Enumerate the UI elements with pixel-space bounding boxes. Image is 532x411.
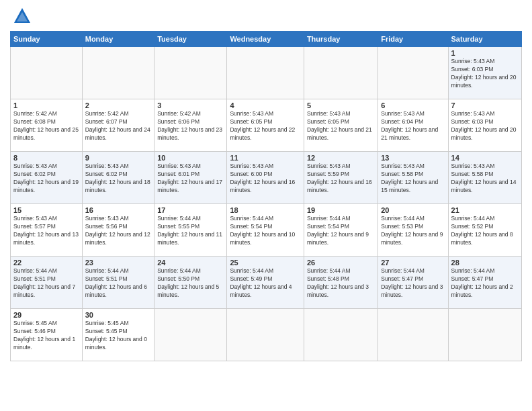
day-number: 20 bbox=[381, 206, 445, 214]
calendar-cell: 19Sunrise: 5:44 AMSunset: 5:54 PMDayligh… bbox=[304, 204, 378, 257]
calendar-cell bbox=[304, 47, 378, 99]
day-number: 11 bbox=[230, 154, 301, 162]
week-row-5: 29Sunrise: 5:45 AMSunset: 5:46 PMDayligh… bbox=[11, 309, 522, 361]
day-number: 16 bbox=[85, 206, 151, 214]
week-row-4: 22Sunrise: 5:44 AMSunset: 5:51 PMDayligh… bbox=[11, 257, 522, 309]
calendar-cell: 25Sunrise: 5:44 AMSunset: 5:49 PMDayligh… bbox=[227, 257, 304, 309]
calendar-cell: 20Sunrise: 5:44 AMSunset: 5:53 PMDayligh… bbox=[378, 204, 448, 257]
day-number: 13 bbox=[381, 154, 445, 162]
calendar-cell: 4Sunrise: 5:43 AMSunset: 6:05 PMDaylight… bbox=[227, 99, 304, 152]
day-number: 27 bbox=[381, 259, 445, 267]
day-info: Sunrise: 5:43 AMSunset: 6:03 PMDaylight:… bbox=[451, 58, 517, 89]
calendar-cell bbox=[227, 47, 304, 99]
day-number: 26 bbox=[307, 259, 375, 267]
day-number: 3 bbox=[157, 101, 224, 109]
calendar-cell: 13Sunrise: 5:43 AMSunset: 5:58 PMDayligh… bbox=[378, 152, 448, 204]
day-number: 23 bbox=[85, 259, 151, 267]
header-day-monday: Monday bbox=[82, 32, 154, 47]
day-number: 10 bbox=[157, 154, 224, 162]
calendar-cell bbox=[378, 309, 448, 361]
header-day-wednesday: Wednesday bbox=[227, 32, 304, 47]
calendar-cell bbox=[304, 309, 378, 361]
calendar-table: SundayMondayTuesdayWednesdayThursdayFrid… bbox=[10, 31, 522, 361]
calendar-cell: 10Sunrise: 5:43 AMSunset: 6:01 PMDayligh… bbox=[154, 152, 227, 204]
calendar-cell: 27Sunrise: 5:44 AMSunset: 5:47 PMDayligh… bbox=[378, 257, 448, 309]
day-info: Sunrise: 5:43 AMSunset: 6:04 PMDaylight:… bbox=[381, 110, 438, 141]
day-number: 4 bbox=[230, 101, 301, 109]
day-info: Sunrise: 5:44 AMSunset: 5:51 PMDaylight:… bbox=[13, 267, 75, 298]
calendar-cell: 24Sunrise: 5:44 AMSunset: 5:50 PMDayligh… bbox=[154, 257, 227, 309]
day-info: Sunrise: 5:43 AMSunset: 6:02 PMDaylight:… bbox=[13, 163, 79, 193]
day-info: Sunrise: 5:43 AMSunset: 6:05 PMDaylight:… bbox=[230, 110, 295, 141]
week-row-2: 8Sunrise: 5:43 AMSunset: 6:02 PMDaylight… bbox=[11, 152, 522, 204]
day-number: 22 bbox=[13, 259, 79, 267]
calendar-cell: 26Sunrise: 5:44 AMSunset: 5:48 PMDayligh… bbox=[304, 257, 378, 309]
day-number: 28 bbox=[451, 259, 519, 267]
header-day-saturday: Saturday bbox=[448, 32, 521, 47]
day-info: Sunrise: 5:44 AMSunset: 5:54 PMDaylight:… bbox=[230, 215, 295, 246]
day-info: Sunrise: 5:44 AMSunset: 5:47 PMDaylight:… bbox=[451, 267, 513, 298]
day-number: 18 bbox=[230, 206, 301, 214]
calendar-cell: 3Sunrise: 5:42 AMSunset: 6:06 PMDaylight… bbox=[154, 99, 227, 152]
day-info: Sunrise: 5:42 AMSunset: 6:07 PMDaylight:… bbox=[85, 110, 150, 141]
calendar-cell: 9Sunrise: 5:43 AMSunset: 6:02 PMDaylight… bbox=[82, 152, 154, 204]
day-number: 1 bbox=[13, 101, 79, 109]
day-number: 8 bbox=[13, 154, 79, 162]
day-number: 15 bbox=[13, 206, 79, 214]
header-day-sunday: Sunday bbox=[11, 32, 83, 47]
calendar-cell: 1Sunrise: 5:42 AMSunset: 6:08 PMDaylight… bbox=[11, 99, 83, 152]
day-info: Sunrise: 5:43 AMSunset: 5:59 PMDaylight:… bbox=[307, 163, 372, 193]
week-row-3: 15Sunrise: 5:43 AMSunset: 5:57 PMDayligh… bbox=[11, 204, 522, 257]
calendar-cell bbox=[227, 309, 304, 361]
day-info: Sunrise: 5:43 AMSunset: 5:56 PMDaylight:… bbox=[85, 215, 150, 246]
calendar-cell: 11Sunrise: 5:43 AMSunset: 6:00 PMDayligh… bbox=[227, 152, 304, 204]
calendar-cell bbox=[11, 47, 83, 99]
page: SundayMondayTuesdayWednesdayThursdayFrid… bbox=[0, 0, 532, 411]
day-info: Sunrise: 5:42 AMSunset: 6:06 PMDaylight:… bbox=[157, 110, 222, 141]
calendar-cell bbox=[82, 47, 154, 99]
calendar-cell: 30Sunrise: 5:45 AMSunset: 5:45 PMDayligh… bbox=[82, 309, 154, 361]
day-number: 25 bbox=[230, 259, 301, 267]
header-day-friday: Friday bbox=[378, 32, 448, 47]
calendar-cell: 21Sunrise: 5:44 AMSunset: 5:52 PMDayligh… bbox=[448, 204, 521, 257]
header-day-thursday: Thursday bbox=[304, 32, 378, 47]
calendar-cell: 17Sunrise: 5:44 AMSunset: 5:55 PMDayligh… bbox=[154, 204, 227, 257]
day-info: Sunrise: 5:43 AMSunset: 6:02 PMDaylight:… bbox=[85, 163, 150, 193]
day-number: 17 bbox=[157, 206, 224, 214]
header-day-tuesday: Tuesday bbox=[154, 32, 227, 47]
calendar-cell: 16Sunrise: 5:43 AMSunset: 5:56 PMDayligh… bbox=[82, 204, 154, 257]
day-info: Sunrise: 5:44 AMSunset: 5:54 PMDaylight:… bbox=[307, 215, 369, 246]
day-number: 6 bbox=[381, 101, 445, 109]
day-info: Sunrise: 5:44 AMSunset: 5:55 PMDaylight:… bbox=[157, 215, 222, 246]
day-info: Sunrise: 5:43 AMSunset: 6:01 PMDaylight:… bbox=[157, 163, 222, 193]
day-number: 2 bbox=[85, 101, 151, 109]
calendar-cell: 8Sunrise: 5:43 AMSunset: 6:02 PMDaylight… bbox=[11, 152, 83, 204]
day-number: 24 bbox=[157, 259, 224, 267]
day-info: Sunrise: 5:45 AMSunset: 5:46 PMDaylight:… bbox=[13, 320, 75, 351]
calendar-cell: 5Sunrise: 5:43 AMSunset: 6:05 PMDaylight… bbox=[304, 99, 378, 152]
day-info: Sunrise: 5:44 AMSunset: 5:53 PMDaylight:… bbox=[381, 215, 443, 246]
day-info: Sunrise: 5:43 AMSunset: 5:57 PMDaylight:… bbox=[13, 215, 79, 246]
logo bbox=[10, 7, 32, 26]
day-info: Sunrise: 5:44 AMSunset: 5:49 PMDaylight:… bbox=[230, 267, 292, 298]
day-number: 5 bbox=[307, 101, 375, 109]
calendar-cell bbox=[154, 309, 227, 361]
day-info: Sunrise: 5:45 AMSunset: 5:45 PMDaylight:… bbox=[85, 320, 147, 351]
calendar-cell: 23Sunrise: 5:44 AMSunset: 5:51 PMDayligh… bbox=[82, 257, 154, 309]
calendar-cell: 1Sunrise: 5:43 AMSunset: 6:03 PMDaylight… bbox=[448, 47, 521, 99]
header bbox=[10, 7, 522, 26]
calendar-cell: 14Sunrise: 5:43 AMSunset: 5:58 PMDayligh… bbox=[448, 152, 521, 204]
calendar-cell: 29Sunrise: 5:45 AMSunset: 5:46 PMDayligh… bbox=[11, 309, 83, 361]
logo-icon bbox=[13, 7, 32, 26]
calendar-cell: 6Sunrise: 5:43 AMSunset: 6:04 PMDaylight… bbox=[378, 99, 448, 152]
day-info: Sunrise: 5:43 AMSunset: 5:58 PMDaylight:… bbox=[451, 163, 517, 193]
calendar-cell: 28Sunrise: 5:44 AMSunset: 5:47 PMDayligh… bbox=[448, 257, 521, 309]
day-number: 7 bbox=[451, 101, 519, 109]
day-number: 21 bbox=[451, 206, 519, 214]
day-number: 30 bbox=[85, 311, 151, 319]
day-number: 1 bbox=[451, 49, 519, 57]
calendar-cell bbox=[154, 47, 227, 99]
calendar-cell: 12Sunrise: 5:43 AMSunset: 5:59 PMDayligh… bbox=[304, 152, 378, 204]
day-info: Sunrise: 5:44 AMSunset: 5:47 PMDaylight:… bbox=[381, 267, 443, 298]
day-number: 19 bbox=[307, 206, 375, 214]
